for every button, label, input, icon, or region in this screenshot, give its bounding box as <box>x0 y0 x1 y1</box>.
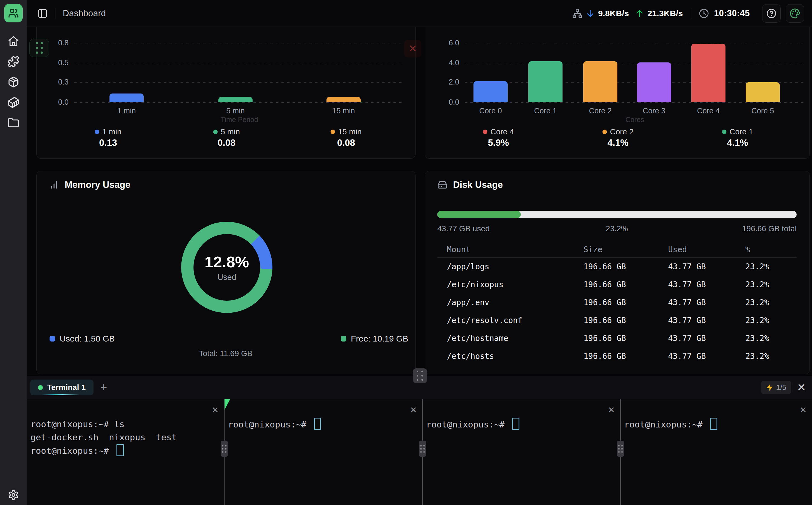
legend-dot-icon <box>722 130 726 134</box>
mount-cell: /etc/hosts <box>447 352 584 361</box>
value-cell: 23.2% <box>745 334 797 343</box>
cpu-legend-value: 4.1% <box>727 138 748 148</box>
terminal-cursor <box>117 444 124 456</box>
terminal-panes: ✕root@nixopus:~# lsget-docker.sh nixopus… <box>27 399 812 505</box>
disk-usage-progressbar <box>437 211 797 218</box>
table-row: /etc/hostname196.66 GB43.77 GB23.2% <box>437 329 797 347</box>
cpu-legend-item: Core 4 <box>483 127 514 136</box>
users-icon <box>8 8 19 18</box>
theme-button[interactable] <box>786 4 804 23</box>
load-legend-value: 0.08 <box>217 138 235 148</box>
pane-resize-handle[interactable] <box>419 441 426 457</box>
clock-icon <box>699 8 709 18</box>
sidebar-item-containers[interactable] <box>8 97 19 108</box>
load-xtick: 5 min <box>226 107 245 115</box>
load-legend-value: 0.13 <box>99 138 117 148</box>
terminal-line: get-docker.sh nixopus test <box>30 431 177 444</box>
upload-speed: 21.3KB/s <box>647 9 683 18</box>
load-ytick: 0.5 <box>35 58 68 67</box>
mount-cell: /etc/hostname <box>447 334 584 343</box>
value-cell: 43.77 GB <box>668 334 745 343</box>
topbar-divider <box>691 8 691 19</box>
terminal-output[interactable]: root@nixopus:~# <box>426 418 519 431</box>
disk-column-header: Size <box>584 245 668 254</box>
package-icon <box>8 76 19 88</box>
load-xtick: 15 min <box>332 107 355 115</box>
free-color-swatch <box>341 336 346 342</box>
cpu-legend-value: 5.9% <box>488 138 509 148</box>
active-pane-marker-icon <box>224 399 230 410</box>
cpu-xtick: Core 0 <box>479 107 502 115</box>
value-cell: 23.2% <box>745 262 797 271</box>
memory-free-text: Free: 10.19 GB <box>351 334 408 343</box>
terminal-counter-text: 1/5 <box>776 383 786 392</box>
terminal-tab[interactable]: Terminal 1 <box>30 380 94 395</box>
disk-card-title: Disk Usage <box>453 179 503 190</box>
legend-label: 15 min <box>338 127 361 136</box>
pane-resize-handle[interactable] <box>617 441 624 457</box>
cpu-ytick: 6.0 <box>426 39 459 47</box>
terminal-line: root@nixopus:~# ls <box>30 418 177 431</box>
disk-column-header: Mount <box>447 245 584 254</box>
cpu-bar-Core 3 <box>637 62 671 102</box>
legend-dot-icon <box>213 130 217 134</box>
cpu-legend-item: Core 2 <box>602 127 633 136</box>
load-bar-15 min <box>326 97 361 102</box>
load-gridline <box>74 102 404 103</box>
sidebar-item-packages[interactable] <box>8 76 19 88</box>
sidebar-toggle-button[interactable] <box>37 8 48 19</box>
grip-dots-icon <box>420 445 425 453</box>
cpu-bar-Core 1 <box>528 61 562 102</box>
sidebar-item-files[interactable] <box>8 117 19 129</box>
cpu-axis-title: Cores <box>626 116 644 124</box>
add-terminal-button[interactable]: + <box>100 381 107 393</box>
folder-icon <box>8 117 19 129</box>
home-icon <box>8 35 19 47</box>
help-circle-icon <box>766 8 777 18</box>
terminal-prompt: root@nixopus:~# <box>426 419 510 430</box>
widget-drag-handle[interactable] <box>29 39 49 57</box>
terminal-output[interactable]: root@nixopus:~# <box>228 418 321 431</box>
widget-remove-button[interactable]: ✕ <box>404 40 422 57</box>
legend-label: 1 min <box>102 127 121 136</box>
cpu-ytick: 2.0 <box>426 78 459 87</box>
table-row: /app/.env196.66 GB43.77 GB23.2% <box>437 293 797 311</box>
mount-cell: /etc/nixopus <box>447 280 584 289</box>
load-ytick: 0.3 <box>35 78 68 87</box>
help-button[interactable] <box>762 4 781 23</box>
load-bar-5 min <box>218 97 253 102</box>
load-bar-1 min <box>110 94 144 102</box>
legend-dot-icon <box>330 130 335 134</box>
terminal-output[interactable]: root@nixopus:~# lsget-docker.sh nixopus … <box>30 418 177 458</box>
pane-close-button[interactable]: ✕ <box>800 406 807 414</box>
sidebar-item-home[interactable] <box>8 35 19 47</box>
disk-percent-label: 23.2% <box>606 224 628 233</box>
user-avatar[interactable] <box>4 4 23 22</box>
terminal-resize-handle[interactable] <box>413 368 427 383</box>
sidebar-item-settings[interactable] <box>0 489 27 501</box>
pane-close-button[interactable]: ✕ <box>212 406 219 414</box>
terminal-prompt: root@nixopus:~# <box>30 446 114 456</box>
used-color-swatch <box>49 336 55 342</box>
terminal-output[interactable]: root@nixopus:~# <box>624 418 717 431</box>
cpu-xtick: Core 1 <box>534 107 556 115</box>
pane-close-button[interactable]: ✕ <box>608 406 615 414</box>
cpu-ytick: 4.0 <box>426 58 459 67</box>
terminal-close-button[interactable]: ✕ <box>797 382 806 393</box>
legend-label: Core 1 <box>729 127 753 136</box>
cpu-gridline <box>465 43 805 43</box>
value-cell: 196.66 GB <box>584 352 668 361</box>
puzzle-icon <box>8 56 19 67</box>
network-stats: 9.8KB/s 21.3KB/s <box>572 8 683 18</box>
load-gridline <box>74 63 404 63</box>
pane-resize-handle[interactable] <box>221 441 228 457</box>
clock-time: 10:30:45 <box>714 8 750 18</box>
pane-close-button[interactable]: ✕ <box>410 406 417 414</box>
cpu-ytick: 0.0 <box>426 98 459 107</box>
cpu-bar-Core 2 <box>583 61 617 102</box>
nixopus-dashboard-app: Dashboard 9.8KB/s <box>0 0 812 505</box>
sidebar-item-extensions[interactable] <box>8 56 19 67</box>
cpu-legend-item: Core 1 <box>722 127 753 136</box>
legend-dot-icon <box>95 130 99 134</box>
container-icon <box>8 97 19 108</box>
